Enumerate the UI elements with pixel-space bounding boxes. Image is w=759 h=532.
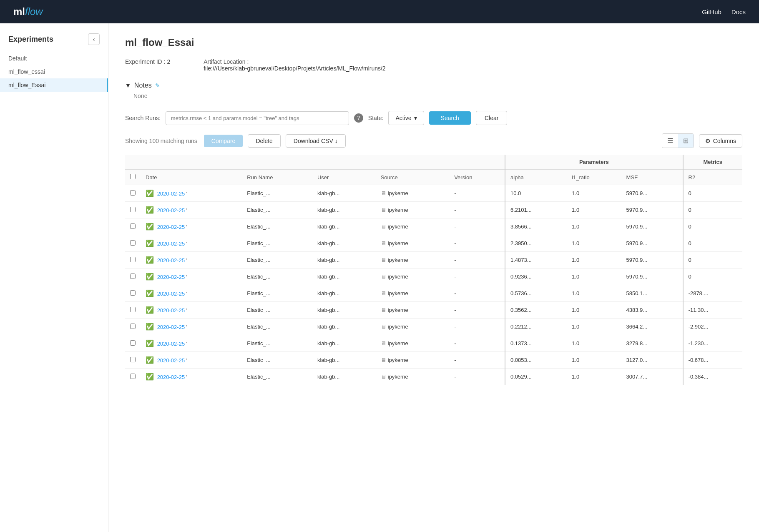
row-checkbox-cell[interactable]	[125, 302, 141, 319]
row-r2: -0.678...	[683, 352, 742, 369]
monitor-icon: 🖥	[381, 324, 386, 330]
search-section: Search Runs: ? State: Active ▾ Search Cl…	[125, 111, 742, 125]
notes-section: ▼ Notes ✎ None	[125, 82, 742, 99]
logo-flow: flow	[25, 6, 43, 18]
state-label: State:	[368, 115, 384, 121]
row-mse: 3664.2...	[621, 319, 683, 335]
runs-toolbar: Showing 100 matching runs Compare Delete…	[125, 133, 742, 148]
page-layout: Experiments ‹ Default ml_flow_essai ml_f…	[0, 23, 759, 532]
date-link[interactable]: 2020-02-25	[157, 341, 185, 347]
row-version: -	[449, 269, 505, 285]
monitor-icon: 🖥	[381, 340, 386, 346]
row-checkbox[interactable]	[130, 257, 136, 262]
col-header-alpha: alpha	[505, 170, 567, 185]
col-group-metrics: Metrics	[683, 155, 742, 170]
row-date: ✅ 2020-02-25 '	[141, 252, 242, 269]
runs-table-container: Parameters Metrics Date Run Name User So…	[125, 155, 742, 385]
select-all-checkbox[interactable]	[130, 174, 136, 179]
col-header-checkbox	[125, 170, 141, 185]
list-view-button[interactable]: ☰	[662, 134, 678, 148]
sidebar-item-ml-flow-essai[interactable]: ml_flow_Essai	[0, 78, 108, 92]
date-link[interactable]: 2020-02-25	[157, 357, 185, 364]
monitor-icon: 🖥	[381, 240, 386, 246]
gear-icon: ⚙	[705, 138, 711, 144]
row-checkbox[interactable]	[130, 240, 136, 246]
github-link[interactable]: GitHub	[702, 8, 721, 15]
row-checkbox-cell[interactable]	[125, 218, 141, 235]
row-checkbox-cell[interactable]	[125, 369, 141, 385]
notes-edit-icon[interactable]: ✎	[155, 82, 160, 89]
status-icon: ✅	[146, 356, 154, 364]
row-date-suffix: '	[186, 191, 187, 197]
row-date-suffix: '	[186, 257, 187, 263]
clear-button[interactable]: Clear	[476, 111, 507, 125]
row-checkbox[interactable]	[130, 223, 136, 229]
date-link[interactable]: 2020-02-25	[157, 324, 185, 330]
date-link[interactable]: 2020-02-25	[157, 257, 185, 263]
col-group-parameters: Parameters	[505, 155, 683, 170]
row-checkbox[interactable]	[130, 340, 136, 346]
date-link[interactable]: 2020-02-25	[157, 191, 185, 197]
row-checkbox-cell[interactable]	[125, 235, 141, 252]
row-user: klab-gb...	[312, 319, 376, 335]
date-link[interactable]: 2020-02-25	[157, 207, 185, 213]
download-csv-button[interactable]: Download CSV ↓	[286, 134, 346, 148]
sidebar-toggle-button[interactable]: ‹	[88, 33, 100, 45]
sidebar-item-ml-flow-essai-lower[interactable]: ml_flow_essai	[0, 65, 108, 78]
row-checkbox[interactable]	[130, 207, 136, 212]
row-checkbox-cell[interactable]	[125, 352, 141, 369]
table-row: ✅ 2020-02-25 ' Elastic_... klab-gb... 🖥i…	[125, 319, 742, 335]
row-l1-ratio: 1.0	[567, 352, 621, 369]
row-checkbox-cell[interactable]	[125, 202, 141, 218]
monitor-icon: 🖥	[381, 357, 386, 363]
row-r2: 0	[683, 202, 742, 218]
row-mse: 5970.9...	[621, 235, 683, 252]
date-link[interactable]: 2020-02-25	[157, 224, 185, 230]
sidebar-item-default[interactable]: Default	[0, 52, 108, 65]
row-checkbox[interactable]	[130, 290, 136, 296]
docs-link[interactable]: Docs	[731, 8, 746, 15]
date-link[interactable]: 2020-02-25	[157, 274, 185, 280]
row-checkbox[interactable]	[130, 374, 136, 379]
date-link[interactable]: 2020-02-25	[157, 241, 185, 247]
row-mse: 3279.8...	[621, 335, 683, 352]
row-checkbox-cell[interactable]	[125, 319, 141, 335]
date-link[interactable]: 2020-02-25	[157, 374, 185, 380]
columns-button[interactable]: ⚙ Columns	[699, 134, 742, 148]
row-source: 🖥ipykerne	[376, 252, 450, 269]
row-checkbox[interactable]	[130, 324, 136, 329]
row-user: klab-gb...	[312, 335, 376, 352]
status-icon: ✅	[146, 340, 154, 347]
delete-button[interactable]: Delete	[248, 134, 280, 148]
row-checkbox-cell[interactable]	[125, 269, 141, 285]
row-run-name: Elastic_...	[242, 285, 312, 302]
row-checkbox[interactable]	[130, 357, 136, 362]
monitor-icon: 🖥	[381, 223, 386, 230]
columns-label: Columns	[713, 138, 736, 144]
date-link[interactable]: 2020-02-25	[157, 307, 185, 314]
table-row: ✅ 2020-02-25 ' Elastic_... klab-gb... 🖥i…	[125, 185, 742, 202]
row-source: 🖥ipykerne	[376, 352, 450, 369]
row-checkbox[interactable]	[130, 190, 136, 196]
help-icon[interactable]: ?	[354, 113, 363, 123]
notes-header[interactable]: ▼ Notes ✎	[125, 82, 742, 89]
row-checkbox-cell[interactable]	[125, 185, 141, 202]
sidebar-item-label: ml_flow_essai	[8, 68, 45, 75]
grid-view-button[interactable]: ⊞	[678, 134, 694, 148]
row-checkbox-cell[interactable]	[125, 252, 141, 269]
col-group-base	[125, 155, 505, 170]
row-alpha: 3.8566...	[505, 218, 567, 235]
row-checkbox-cell[interactable]	[125, 285, 141, 302]
header-nav: GitHub Docs	[702, 8, 746, 15]
row-date-suffix: '	[186, 341, 187, 347]
row-version: -	[449, 202, 505, 218]
row-checkbox-cell[interactable]	[125, 335, 141, 352]
date-link[interactable]: 2020-02-25	[157, 291, 185, 297]
state-dropdown[interactable]: Active ▾	[388, 111, 424, 125]
row-checkbox[interactable]	[130, 307, 136, 312]
search-button[interactable]: Search	[429, 111, 471, 125]
compare-button[interactable]: Compare	[204, 135, 243, 147]
row-checkbox[interactable]	[130, 274, 136, 279]
table-row: ✅ 2020-02-25 ' Elastic_... klab-gb... 🖥i…	[125, 302, 742, 319]
search-input[interactable]	[166, 111, 349, 125]
